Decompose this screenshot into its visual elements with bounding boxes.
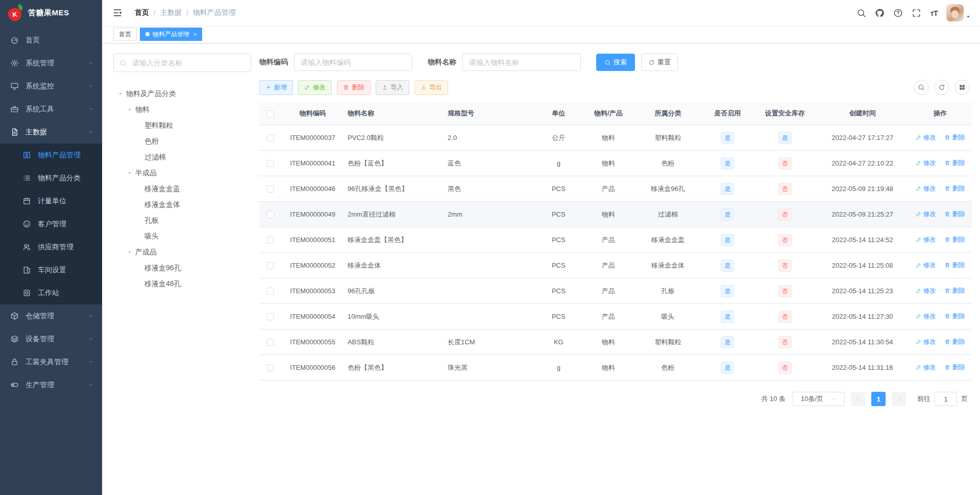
- page-number-1[interactable]: 1: [871, 392, 886, 406]
- search-button[interactable]: 搜索: [596, 54, 635, 71]
- row-delete-link[interactable]: 删除: [944, 261, 965, 270]
- reset-button[interactable]: 重置: [641, 54, 678, 71]
- cell-material-code[interactable]: ITEM00000046: [282, 176, 344, 202]
- row-delete-link[interactable]: 删除: [944, 210, 965, 219]
- row-edit-link[interactable]: 修改: [916, 159, 936, 168]
- row-delete-link[interactable]: 删除: [944, 133, 965, 142]
- cell-material-code[interactable]: ITEM00000049: [282, 202, 344, 227]
- row-edit-link[interactable]: 修改: [916, 133, 936, 142]
- column-header[interactable]: 所属分类: [634, 102, 701, 125]
- row-checkbox[interactable]: [267, 364, 274, 371]
- row-checkbox[interactable]: [267, 237, 274, 244]
- row-delete-link[interactable]: 删除: [944, 338, 965, 346]
- add-button[interactable]: 新增: [259, 80, 293, 95]
- sidebar-item-equipment-management[interactable]: 设备管理: [0, 327, 102, 350]
- breadcrumb-item[interactable]: 主数据: [160, 8, 182, 17]
- cell-material-code[interactable]: ITEM00000056: [282, 355, 344, 381]
- tree-node[interactable]: 物料: [113, 102, 251, 117]
- tree-node[interactable]: 塑料颗粒: [113, 117, 251, 133]
- row-checkbox[interactable]: [267, 339, 274, 346]
- row-delete-link[interactable]: 删除: [944, 235, 965, 244]
- sidebar-item-material-product-category[interactable]: 物料产品分类: [0, 167, 102, 190]
- tree-expand-icon[interactable]: [126, 169, 134, 177]
- github-icon[interactable]: [875, 8, 885, 18]
- cell-material-code[interactable]: ITEM00000054: [282, 304, 344, 329]
- tree-node[interactable]: 色粉: [113, 133, 251, 149]
- tree-expand-icon[interactable]: [126, 106, 134, 114]
- row-checkbox[interactable]: [267, 262, 274, 269]
- column-header[interactable]: 物料/产品: [582, 102, 635, 125]
- fullscreen-icon[interactable]: [912, 8, 921, 18]
- row-edit-link[interactable]: 修改: [916, 210, 936, 219]
- row-delete-link[interactable]: 删除: [944, 363, 965, 372]
- code-filter-input[interactable]: [294, 54, 412, 71]
- tree-node[interactable]: 吸头: [113, 228, 251, 244]
- cell-material-code[interactable]: ITEM00000041: [282, 151, 344, 176]
- sidebar-item-home[interactable]: 首页: [0, 29, 102, 52]
- cell-material-code[interactable]: ITEM00000037: [282, 125, 344, 151]
- tree-expand-icon[interactable]: [126, 248, 134, 256]
- tree-node[interactable]: 移液盒48孔: [113, 276, 251, 292]
- edit-button[interactable]: 修改: [298, 80, 332, 95]
- sidebar-item-measurement-unit[interactable]: 计量单位: [0, 190, 102, 213]
- sidebar-item-workshop-settings[interactable]: 车间设置: [0, 258, 102, 281]
- refresh-table-button[interactable]: [934, 80, 949, 95]
- column-header[interactable]: 操作: [909, 102, 972, 125]
- select-all-checkbox[interactable]: [267, 110, 274, 117]
- sidebar-item-warehouse-management[interactable]: 仓储管理: [0, 304, 102, 327]
- row-delete-link[interactable]: 删除: [944, 159, 965, 168]
- sidebar-item-fixture-management[interactable]: 工装夹具管理: [0, 350, 102, 373]
- goto-page-input[interactable]: [935, 392, 957, 406]
- row-edit-link[interactable]: 修改: [916, 363, 936, 372]
- row-edit-link[interactable]: 修改: [916, 338, 936, 346]
- export-button[interactable]: 导出: [414, 80, 448, 95]
- row-checkbox[interactable]: [267, 185, 274, 193]
- row-delete-link[interactable]: 删除: [944, 287, 965, 295]
- sidebar-item-material-product-management[interactable]: 物料产品管理: [0, 144, 102, 167]
- show-search-button[interactable]: [914, 80, 929, 95]
- cell-material-code[interactable]: ITEM00000051: [282, 227, 344, 253]
- row-checkbox[interactable]: [267, 160, 274, 167]
- row-delete-link[interactable]: 删除: [944, 312, 965, 321]
- sidebar-item-workstation[interactable]: 工作站: [0, 281, 102, 304]
- tree-search-input[interactable]: [131, 58, 245, 67]
- sidebar-item-customer-management[interactable]: 客户管理: [0, 213, 102, 235]
- page-size-select[interactable]: 10条/页: [793, 392, 845, 406]
- help-icon[interactable]: [893, 8, 903, 18]
- tree-node[interactable]: 物料及产品分类: [113, 86, 251, 102]
- name-filter-input[interactable]: [462, 54, 581, 71]
- cell-material-code[interactable]: ITEM00000053: [282, 278, 344, 304]
- tree-node[interactable]: 半成品: [113, 165, 251, 181]
- cell-material-code[interactable]: ITEM00000052: [282, 253, 344, 278]
- row-checkbox[interactable]: [267, 134, 274, 142]
- column-header[interactable]: 物料编码: [282, 102, 344, 125]
- row-edit-link[interactable]: 修改: [916, 261, 936, 270]
- tab-close-icon[interactable]: ×: [193, 31, 197, 37]
- delete-button[interactable]: 删除: [337, 80, 371, 95]
- tree-node[interactable]: 过滤棉: [113, 149, 251, 165]
- row-edit-link[interactable]: 修改: [916, 312, 936, 321]
- tree-node[interactable]: 移液盒盒体: [113, 197, 251, 213]
- column-header[interactable]: 单位: [535, 102, 582, 125]
- column-header[interactable]: 规格型号: [444, 102, 535, 125]
- font-size-icon[interactable]: тT: [930, 9, 938, 17]
- row-checkbox[interactable]: [267, 313, 274, 320]
- column-header[interactable]: 创建时间: [816, 102, 909, 125]
- tab-material-product-management[interactable]: 物料产品管理 ×: [140, 28, 202, 41]
- sidebar-item-system-tools[interactable]: 系统工具: [0, 98, 102, 121]
- next-page-button[interactable]: [892, 392, 906, 406]
- row-delete-link[interactable]: 删除: [944, 184, 965, 193]
- column-settings-button[interactable]: [954, 80, 970, 95]
- breadcrumb-item[interactable]: 物料产品管理: [193, 8, 236, 17]
- cell-material-code[interactable]: ITEM00000055: [282, 329, 344, 355]
- sidebar-item-production-management[interactable]: 生产管理: [0, 373, 102, 396]
- header-search-icon[interactable]: [856, 8, 866, 18]
- tab-home[interactable]: 首页: [113, 28, 137, 41]
- user-menu[interactable]: [946, 4, 971, 21]
- tree-expand-icon[interactable]: [116, 90, 125, 98]
- column-header[interactable]: 是否启用: [701, 102, 754, 125]
- sidebar-item-system-monitor[interactable]: 系统监控: [0, 75, 102, 98]
- sidebar-toggle-icon[interactable]: [112, 8, 122, 18]
- column-header[interactable]: 设置安全库存: [753, 102, 816, 125]
- tree-node[interactable]: 孔板: [113, 213, 251, 228]
